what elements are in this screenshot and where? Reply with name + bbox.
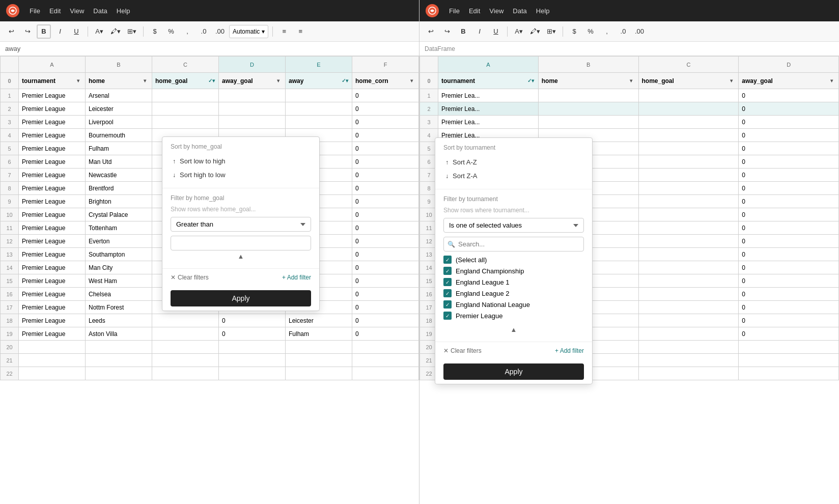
x-icon: ✕ xyxy=(443,347,449,354)
right-sort-a-z[interactable]: ↑ Sort A-Z xyxy=(443,155,584,169)
decrease-decimal-button[interactable]: .0 xyxy=(197,24,211,39)
right-toolbar: ↩ ↪ B I U A▾ 🖍▾ ⊞▾ $ % , .0 .00 xyxy=(420,21,839,42)
right-collapse-button[interactable]: ▲ xyxy=(443,324,584,335)
right-header-home[interactable]: home ▾ xyxy=(538,73,638,89)
left-header-home-corn[interactable]: home_corn ▾ xyxy=(352,73,419,89)
checkbox-england-league-2-box: ✓ xyxy=(443,289,452,297)
checkbox-select-all[interactable]: ✓ (Select all) xyxy=(443,256,584,264)
left-sort-section: Sort by home_goal ↑ Sort low to high ↓ S… xyxy=(162,137,319,188)
right-header-away-goal[interactable]: away_goal ▾ xyxy=(739,73,839,89)
left-filter-section: Filter by home_goal Show rows where home… xyxy=(162,188,319,268)
home-filter-icon[interactable]: ▾ xyxy=(141,77,149,85)
right-panel: File Edit View Data Help ↩ ↪ B I U A▾ 🖍▾… xyxy=(420,0,839,504)
right-header-tournament[interactable]: tournament ✓▾ xyxy=(438,73,539,89)
percent-button[interactable]: % xyxy=(164,24,178,39)
right-menu-help[interactable]: Help xyxy=(536,7,550,15)
table-row: 3Premier Lea...0 xyxy=(420,116,839,129)
right-percent-button[interactable]: % xyxy=(583,24,598,39)
toolbar-sep-1 xyxy=(88,26,88,37)
right-menu-view[interactable]: View xyxy=(489,7,504,15)
left-menu-edit[interactable]: Edit xyxy=(49,7,61,15)
left-menu-view[interactable]: View xyxy=(70,7,84,15)
right-tournament-filter-icon[interactable]: ✓▾ xyxy=(527,77,535,85)
italic-button[interactable]: I xyxy=(53,24,67,39)
left-header-away[interactable]: away ✓▾ xyxy=(286,73,352,89)
comma-button[interactable]: , xyxy=(180,24,194,39)
right-redo-button[interactable]: ↪ xyxy=(440,24,454,39)
left-header-home[interactable]: home ▾ xyxy=(86,73,152,89)
home-corn-filter-icon[interactable]: ▾ xyxy=(407,77,415,85)
away-filter-icon[interactable]: ✓▾ xyxy=(341,77,349,85)
right-home-goal-filter-icon[interactable]: ▾ xyxy=(727,77,735,85)
left-popup-actions: ✕ Clear filters + Add filter xyxy=(162,268,319,286)
right-col-D: D xyxy=(739,57,839,73)
right-undo-button[interactable]: ↩ xyxy=(424,24,438,39)
highlight-button[interactable]: 🖍▾ xyxy=(108,24,123,39)
right-italic-button[interactable]: I xyxy=(472,24,487,39)
checkbox-england-national-league[interactable]: ✓ England National League xyxy=(443,300,584,309)
right-sort-z-a[interactable]: ↓ Sort Z-A xyxy=(443,169,584,183)
checkbox-england-league-1-box: ✓ xyxy=(443,278,452,286)
left-apply-button[interactable]: Apply xyxy=(171,290,311,306)
away-goal-filter-icon[interactable]: ▾ xyxy=(274,77,282,85)
left-filter-type-select[interactable]: Greater than Less than Equal to Not equa… xyxy=(171,217,311,232)
left-menu-file[interactable]: File xyxy=(30,7,40,15)
right-filter-type-select[interactable]: Is one of selected values Is not one of … xyxy=(443,218,584,233)
font-color-button[interactable]: A▾ xyxy=(92,24,106,39)
checkbox-england-championship[interactable]: ✓ England Championship xyxy=(443,267,584,275)
right-apply-button[interactable]: Apply xyxy=(443,363,584,380)
checkbox-premier-league[interactable]: ✓ Premier League xyxy=(443,312,584,320)
checkbox-england-league-2[interactable]: ✓ England League 2 xyxy=(443,289,584,297)
left-collapse-button[interactable]: ▲ xyxy=(171,250,311,262)
right-menu-data[interactable]: Data xyxy=(513,7,526,15)
checkbox-select-all-box: ✓ xyxy=(443,256,452,264)
right-bold-button[interactable]: B xyxy=(456,24,470,39)
home-goal-filter-icon[interactable]: ✓▾ xyxy=(207,77,215,85)
right-underline-button[interactable]: U xyxy=(489,24,503,39)
right-menu-file[interactable]: File xyxy=(449,7,460,15)
currency-button[interactable]: $ xyxy=(148,24,162,39)
right-comma-button[interactable]: , xyxy=(600,24,614,39)
right-search-input[interactable] xyxy=(443,237,584,251)
left-clear-filters-button[interactable]: ✕ Clear filters xyxy=(171,274,209,281)
right-highlight-button[interactable]: 🖍▾ xyxy=(528,24,542,39)
right-logo xyxy=(426,4,439,17)
wrap-button[interactable]: ≡ xyxy=(293,24,307,39)
left-header-away-goal[interactable]: away_goal ▾ xyxy=(219,73,286,89)
undo-button[interactable]: ↩ xyxy=(4,24,18,39)
right-font-color-button[interactable]: A▾ xyxy=(512,24,526,39)
redo-button[interactable]: ↪ xyxy=(20,24,35,39)
right-menu-edit[interactable]: Edit xyxy=(469,7,480,15)
tournament-filter-icon[interactable]: ▾ xyxy=(74,77,82,85)
right-clear-filters-button[interactable]: ✕ Clear filters xyxy=(443,347,482,354)
right-increase-decimal-button[interactable]: .00 xyxy=(632,24,647,39)
left-toolbar: ↩ ↪ B I U A▾ 🖍▾ ⊞▾ $ % , .0 .00 Automati… xyxy=(0,21,419,42)
right-header-home-goal[interactable]: home_goal ▾ xyxy=(638,73,739,89)
border-button[interactable]: ⊞▾ xyxy=(125,24,139,39)
align-button[interactable]: ≡ xyxy=(277,24,291,39)
left-add-filter-button[interactable]: + Add filter xyxy=(282,274,311,281)
left-menu-data[interactable]: Data xyxy=(93,7,107,15)
left-filter-value-input[interactable] xyxy=(171,236,311,250)
left-col-D: D xyxy=(219,57,286,73)
left-sort-title: Sort by home_goal xyxy=(171,143,311,150)
left-header-tournament[interactable]: tournament ▾ xyxy=(19,73,86,89)
right-decrease-decimal-button[interactable]: .0 xyxy=(616,24,630,39)
right-currency-button[interactable]: $ xyxy=(567,24,581,39)
right-add-filter-button[interactable]: + Add filter xyxy=(555,347,584,354)
dataframe-label: DataFrame xyxy=(425,45,455,52)
increase-decimal-button[interactable]: .00 xyxy=(213,24,227,39)
right-away-goal-filter-icon[interactable]: ▾ xyxy=(827,77,835,85)
underline-button[interactable]: U xyxy=(69,24,83,39)
left-sort-high-low[interactable]: ↓ Sort high to low xyxy=(171,168,311,182)
right-border-button[interactable]: ⊞▾ xyxy=(544,24,558,39)
left-menu-help[interactable]: Help xyxy=(117,7,130,15)
left-sort-low-high[interactable]: ↑ Sort low to high xyxy=(171,154,311,168)
right-col-B: B xyxy=(538,57,638,73)
right-home-filter-icon[interactable]: ▾ xyxy=(627,77,635,85)
left-header-home-goal[interactable]: home_goal ✓▾ xyxy=(152,73,219,89)
format-dropdown[interactable]: Automatic ▾ xyxy=(229,25,268,38)
right-filter-subtitle: Show rows where tournament... xyxy=(443,207,584,214)
bold-button[interactable]: B xyxy=(37,24,51,39)
checkbox-england-league-1[interactable]: ✓ England League 1 xyxy=(443,278,584,286)
